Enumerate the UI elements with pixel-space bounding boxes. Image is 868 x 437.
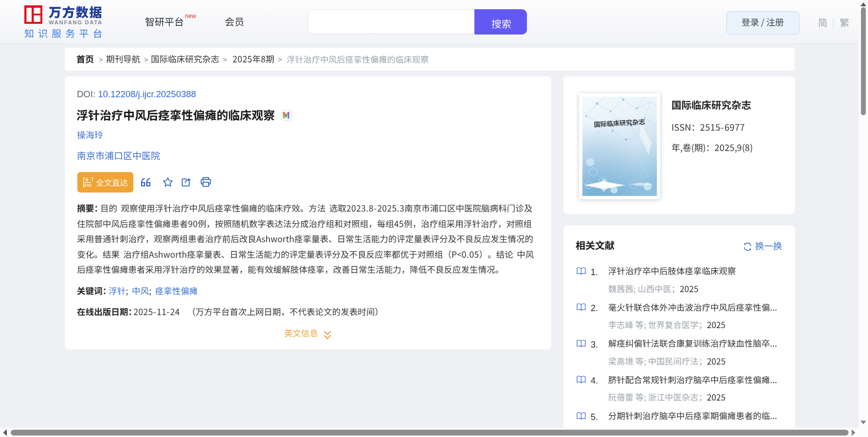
svg-text:free: free [85, 183, 92, 187]
